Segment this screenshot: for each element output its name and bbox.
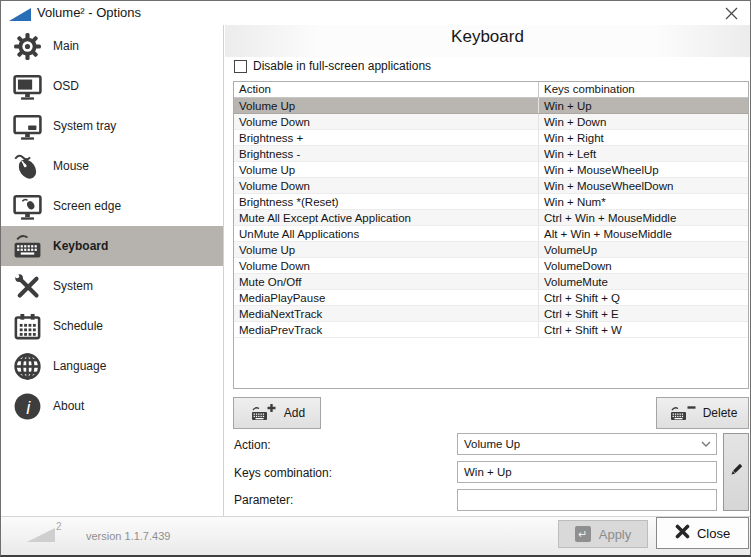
row-action-cell: Brightness + (234, 130, 538, 145)
row-keys-cell: Win + Right (538, 130, 748, 145)
table-header: Action Keys combination (234, 82, 748, 98)
app-logo-icon (9, 7, 31, 25)
sidebar-item-label: Main (53, 39, 79, 53)
keys-combination-input[interactable] (457, 461, 717, 483)
row-keys-cell: Ctrl + Shift + Q (538, 290, 748, 305)
delete-button-label: Delete (703, 406, 738, 420)
row-action-cell: Brightness *(Reset) (234, 194, 538, 209)
info-icon: i (10, 389, 44, 423)
close-button[interactable]: Close (656, 517, 749, 549)
table-row[interactable]: MediaNextTrackCtrl + Shift + E (234, 306, 748, 322)
row-keys-cell: VolumeMute (538, 274, 748, 289)
table-row[interactable]: Brightness +Win + Right (234, 130, 748, 146)
page-title: Keyboard (225, 27, 750, 47)
table-row[interactable]: Volume UpWin + MouseWheelUp (234, 162, 748, 178)
keyboard-minus-icon (668, 402, 696, 425)
fullscreen-disable-checkbox[interactable] (234, 60, 247, 73)
apply-button[interactable]: ↵ Apply (558, 520, 648, 548)
parameter-label: Parameter: (234, 493, 293, 507)
sidebar-item-label: Schedule (53, 319, 103, 333)
row-keys-cell: Win + Left (538, 146, 748, 161)
row-action-cell: MediaNextTrack (234, 306, 538, 321)
table-row[interactable]: Mute All Except Active ApplicationCtrl +… (234, 210, 748, 226)
row-keys-cell: Win + MouseWheelDown (538, 178, 748, 193)
table-row[interactable]: Brightness -Win + Left (234, 146, 748, 162)
row-action-cell: Volume Down (234, 178, 538, 193)
row-action-cell: Volume Up (234, 242, 538, 257)
pencil-icon (727, 461, 745, 483)
table-row[interactable]: Volume UpVolumeUp (234, 242, 748, 258)
table-row[interactable]: Volume UpWin + Up (234, 98, 748, 114)
sidebar-item-label: System (53, 279, 93, 293)
mouse-icon (10, 149, 44, 183)
table-row[interactable]: MediaPlayPauseCtrl + Shift + Q (234, 290, 748, 306)
row-action-cell: Volume Up (234, 162, 538, 177)
table-row[interactable]: MediaPrevTrackCtrl + Shift + W (234, 322, 748, 338)
delete-button[interactable]: Delete (656, 397, 749, 429)
table-row[interactable]: Volume DownWin + MouseWheelDown (234, 178, 748, 194)
window-close-icon[interactable] (718, 3, 744, 23)
row-action-cell: Brightness - (234, 146, 538, 161)
window-title: Volume² - Options (37, 1, 141, 25)
table-row[interactable]: Volume DownWin + Down (234, 114, 748, 130)
edit-keys-button[interactable] (723, 433, 749, 511)
row-action-cell: Volume Down (234, 114, 538, 129)
row-keys-cell: VolumeDown (538, 258, 748, 273)
sidebar-item-keyboard[interactable]: Keyboard (1, 226, 223, 266)
calendar-icon (10, 309, 44, 343)
keys-combination-label: Keys combination: (234, 466, 332, 480)
column-header-keys[interactable]: Keys combination (538, 82, 748, 97)
table-row[interactable]: Mute On/OffVolumeMute (234, 274, 748, 290)
row-keys-cell: Alt + Win + MouseMiddle (538, 226, 748, 241)
sidebar-item-mouse[interactable]: Mouse (1, 146, 223, 186)
keyboard-plus-icon (249, 402, 277, 425)
row-keys-cell: Ctrl + Shift + W (538, 322, 748, 337)
sidebar-item-system-tray[interactable]: System tray (1, 106, 223, 146)
row-keys-cell: Win + Num* (538, 194, 748, 209)
add-button[interactable]: Add (233, 397, 321, 429)
row-action-cell: MediaPrevTrack (234, 322, 538, 337)
tools-icon (10, 269, 44, 303)
sidebar-item-label: Mouse (53, 159, 89, 173)
table-row[interactable]: Volume DownVolumeDown (234, 258, 748, 274)
version-label: version 1.1.7.439 (86, 530, 170, 542)
sidebar-item-language[interactable]: Language (1, 346, 223, 386)
row-action-cell: Volume Up (234, 98, 538, 113)
action-select-value: Volume Up (458, 438, 696, 450)
row-action-cell: MediaPlayPause (234, 290, 538, 305)
sidebar-item-schedule[interactable]: Schedule (1, 306, 223, 346)
action-select[interactable]: Volume Up (457, 433, 717, 455)
sidebar-item-label: Language (53, 359, 106, 373)
apply-button-label: Apply (599, 527, 632, 542)
sidebar-item-label: Screen edge (53, 199, 121, 213)
globe-icon (10, 349, 44, 383)
screen-edge-icon (10, 189, 44, 223)
sidebar-item-osd[interactable]: OSD (1, 66, 223, 106)
row-keys-cell: Ctrl + Win + MouseMiddle (538, 210, 748, 225)
sidebar-item-system[interactable]: System (1, 266, 223, 306)
sidebar-item-label: OSD (53, 79, 79, 93)
row-action-cell: UnMute All Applications (234, 226, 538, 241)
parameter-input[interactable] (457, 489, 717, 511)
table-row[interactable]: UnMute All ApplicationsAlt + Win + Mouse… (234, 226, 748, 242)
table-row[interactable]: Brightness *(Reset)Win + Num* (234, 194, 748, 210)
svg-text:2: 2 (56, 521, 62, 532)
row-action-cell: Mute On/Off (234, 274, 538, 289)
title-bar: Volume² - Options (1, 1, 750, 25)
monitor-icon (10, 69, 44, 103)
sidebar-item-main[interactable]: Main (1, 26, 223, 66)
system-tray-icon (10, 109, 44, 143)
column-header-action[interactable]: Action (234, 82, 538, 97)
add-button-label: Add (284, 406, 305, 420)
options-window: Volume² - Options Main (0, 0, 751, 557)
gear-icon (10, 29, 44, 63)
close-x-icon (675, 524, 690, 542)
sidebar: Main OSD System (1, 25, 224, 516)
row-action-cell: Volume Down (234, 258, 538, 273)
row-keys-cell: VolumeUp (538, 242, 748, 257)
sidebar-item-about[interactable]: i About (1, 386, 223, 426)
sidebar-item-label: About (53, 399, 84, 413)
row-keys-cell: Ctrl + Shift + E (538, 306, 748, 321)
sidebar-item-label: Keyboard (53, 239, 108, 253)
sidebar-item-screen-edge[interactable]: Screen edge (1, 186, 223, 226)
